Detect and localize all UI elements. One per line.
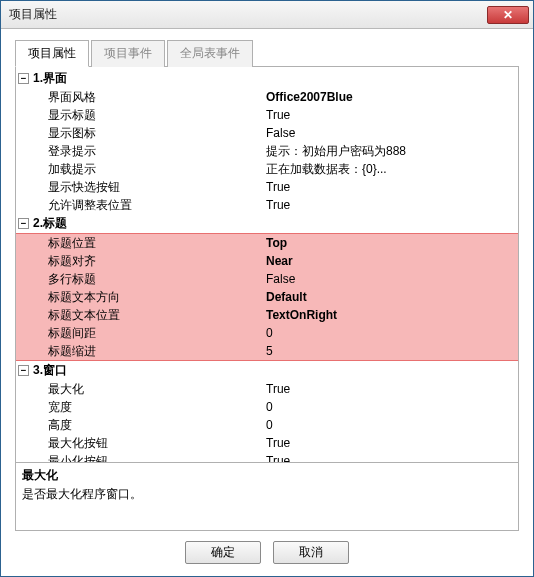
- property-row[interactable]: 显示快选按钮True: [16, 178, 518, 196]
- close-icon: ✕: [503, 8, 513, 22]
- property-row[interactable]: 标题文本位置TextOnRight: [16, 306, 518, 324]
- property-value: True: [266, 453, 290, 462]
- property-row[interactable]: 多行标题False: [16, 270, 518, 288]
- property-value: False: [266, 125, 295, 141]
- property-label: 多行标题: [48, 271, 266, 287]
- property-row[interactable]: 显示图标False: [16, 124, 518, 142]
- titlebar: 项目属性 ✕: [1, 1, 533, 29]
- button-bar: 确定 取消: [15, 531, 519, 568]
- category-title: 1.界面: [33, 70, 67, 87]
- property-value: True: [266, 179, 290, 195]
- property-row[interactable]: 宽度0: [16, 398, 518, 416]
- collapse-icon[interactable]: −: [18, 218, 29, 229]
- collapse-icon[interactable]: −: [18, 73, 29, 84]
- tab-project-properties[interactable]: 项目属性: [15, 40, 89, 67]
- property-value: True: [266, 197, 290, 213]
- property-label: 显示快选按钮: [48, 179, 266, 195]
- property-grid[interactable]: −1.界面界面风格Office2007Blue显示标题True显示图标False…: [16, 67, 518, 462]
- property-value: Office2007Blue: [266, 89, 353, 105]
- property-label: 显示图标: [48, 125, 266, 141]
- property-value: 5: [266, 343, 273, 359]
- ok-button[interactable]: 确定: [185, 541, 261, 564]
- property-label: 显示标题: [48, 107, 266, 123]
- property-value: 提示：初始用户密码为888: [266, 143, 406, 159]
- property-label: 最大化按钮: [48, 435, 266, 451]
- category-title: 2.标题: [33, 215, 67, 232]
- property-row[interactable]: 标题文本方向Default: [16, 288, 518, 306]
- property-row[interactable]: 登录提示提示：初始用户密码为888: [16, 142, 518, 160]
- property-row[interactable]: 标题位置Top: [16, 233, 518, 252]
- property-row[interactable]: 允许调整表位置True: [16, 196, 518, 214]
- tab-project-events[interactable]: 项目事件: [91, 40, 165, 67]
- property-label: 允许调整表位置: [48, 197, 266, 213]
- property-row[interactable]: 最大化True: [16, 380, 518, 398]
- property-row[interactable]: 界面风格Office2007Blue: [16, 88, 518, 106]
- property-label: 标题对齐: [48, 253, 266, 269]
- category-title: 3.窗口: [33, 362, 67, 379]
- content-area: 项目属性 项目事件 全局表事件 −1.界面界面风格Office2007Blue显…: [1, 29, 533, 576]
- property-value: 0: [266, 325, 273, 341]
- category-header[interactable]: −1.界面: [16, 69, 518, 88]
- property-value: 0: [266, 399, 273, 415]
- close-button[interactable]: ✕: [487, 6, 529, 24]
- property-value: Top: [266, 235, 287, 251]
- property-label: 界面风格: [48, 89, 266, 105]
- property-row[interactable]: 最小化按钮True: [16, 452, 518, 462]
- property-row[interactable]: 标题缩进5: [16, 342, 518, 361]
- property-value: 0: [266, 417, 273, 433]
- property-label: 高度: [48, 417, 266, 433]
- property-row[interactable]: 高度0: [16, 416, 518, 434]
- property-row[interactable]: 显示标题True: [16, 106, 518, 124]
- property-value: True: [266, 107, 290, 123]
- property-label: 宽度: [48, 399, 266, 415]
- property-label: 标题间距: [48, 325, 266, 341]
- property-row[interactable]: 标题对齐Near: [16, 252, 518, 270]
- property-value: False: [266, 271, 295, 287]
- property-value: 正在加载数据表：{0}...: [266, 161, 387, 177]
- property-label: 最小化按钮: [48, 453, 266, 462]
- tab-global-table-events[interactable]: 全局表事件: [167, 40, 253, 67]
- property-row[interactable]: 加载提示正在加载数据表：{0}...: [16, 160, 518, 178]
- property-label: 标题文本方向: [48, 289, 266, 305]
- property-value: Near: [266, 253, 293, 269]
- property-panel: −1.界面界面风格Office2007Blue显示标题True显示图标False…: [15, 67, 519, 531]
- category-header[interactable]: −2.标题: [16, 214, 518, 233]
- property-label: 登录提示: [48, 143, 266, 159]
- category-header[interactable]: −3.窗口: [16, 361, 518, 380]
- description-title: 最大化: [22, 467, 512, 484]
- cancel-button[interactable]: 取消: [273, 541, 349, 564]
- property-row[interactable]: 最大化按钮True: [16, 434, 518, 452]
- property-label: 加载提示: [48, 161, 266, 177]
- window-title: 项目属性: [9, 6, 487, 23]
- property-label: 标题位置: [48, 235, 266, 251]
- property-label: 最大化: [48, 381, 266, 397]
- collapse-icon[interactable]: −: [18, 365, 29, 376]
- property-value: True: [266, 381, 290, 397]
- description-box: 最大化 是否最大化程序窗口。: [16, 462, 518, 530]
- property-value: TextOnRight: [266, 307, 337, 323]
- property-label: 标题文本位置: [48, 307, 266, 323]
- property-value: Default: [266, 289, 307, 305]
- tab-strip: 项目属性 项目事件 全局表事件: [15, 39, 519, 67]
- property-label: 标题缩进: [48, 343, 266, 359]
- property-row[interactable]: 标题间距0: [16, 324, 518, 342]
- description-text: 是否最大化程序窗口。: [22, 486, 512, 503]
- property-value: True: [266, 435, 290, 451]
